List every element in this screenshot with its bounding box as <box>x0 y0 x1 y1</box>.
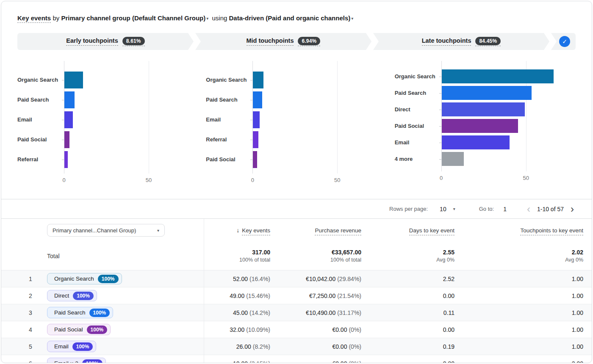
key-events-cell: 10.00(3.15%) <box>204 360 279 364</box>
bar-paid-search[interactable] <box>442 86 532 100</box>
total-label: Total <box>47 253 204 259</box>
bar-email[interactable] <box>442 135 510 149</box>
metric-value: 45.00 <box>233 309 248 316</box>
table-row-organic-search[interactable]: 1Organic Search100%52.00(16.4%)€10,042.0… <box>1 270 592 287</box>
bar-referral[interactable] <box>253 131 258 148</box>
touchpoints-to-key-event-cell: 2.00 <box>463 360 592 364</box>
x-tick-label: 50 <box>523 175 529 181</box>
column-header-key-events[interactable]: ↓Key events <box>204 227 279 234</box>
key-events-cell: 26.00(8.2%) <box>204 343 279 350</box>
goto-page-input[interactable]: 1 <box>503 206 507 212</box>
sort-descending-icon: ↓ <box>236 227 239 234</box>
total-key-events: 317.00100% of total <box>204 248 279 264</box>
gridline <box>337 61 338 174</box>
days-to-key-event-cell: 0.19 <box>370 343 463 350</box>
x-tick-label: 50 <box>146 177 152 183</box>
purchase-revenue-cell: €7,250.00(21.54%) <box>279 292 370 299</box>
chevron-left-icon[interactable]: ‹ <box>527 205 530 213</box>
category-tick <box>62 120 64 120</box>
table-row-email-2[interactable]: 6Email × 2100%10.00(3.15%)€0.00(0%)0.802… <box>1 355 592 363</box>
rows-per-page-select[interactable]: 10 <box>440 206 446 212</box>
bar-referral[interactable] <box>64 151 68 168</box>
purchase-revenue-cell: €0.00(0%) <box>279 343 370 350</box>
category-tick <box>439 126 441 127</box>
touchpoints-to-key-event-cell: 1.00 <box>463 326 592 333</box>
funnel-end-segment[interactable]: ✓ <box>551 33 576 50</box>
early-touchpoints-chart: 050Organic SearchPaid SearchEmailPaid So… <box>17 61 198 188</box>
category-label-paid-social: Paid Social <box>395 118 437 134</box>
dimension-selector[interactable]: Primary channel group (Default Channel G… <box>61 14 205 22</box>
chevron-right-icon[interactable]: › <box>571 205 574 213</box>
category-tick <box>439 77 441 77</box>
chevron-down-icon[interactable]: ▾ <box>206 16 208 21</box>
category-tick <box>62 160 64 160</box>
purchase-revenue-cell: €0.00(0%) <box>279 326 370 333</box>
funnel-stage-mid[interactable]: Mid touchpoints 6.94% <box>195 33 371 50</box>
category-tick <box>250 140 252 140</box>
metric-value: 1.00 <box>572 292 583 299</box>
category-tick <box>62 100 64 100</box>
purchase-revenue-cell: €0.00(0%) <box>279 360 370 364</box>
column-header-touchpoints-to-key-event[interactable]: Touchpoints to key event <box>463 227 592 234</box>
category-label-paid-social: Paid Social <box>206 149 248 169</box>
metric-share: (14.2%) <box>249 309 270 316</box>
column-divider <box>204 219 204 363</box>
attribution-report-card: Key events by Primary channel group (Def… <box>1 1 592 363</box>
channel-chip-label: Direct <box>54 292 69 299</box>
check-icon: ✓ <box>559 36 570 47</box>
channel-cell: Paid Search100% <box>44 307 204 318</box>
chevron-down-icon[interactable]: ▾ <box>351 16 353 21</box>
bar-organic-search[interactable] <box>442 69 554 83</box>
touchpoint-funnel: Early touchpoints 8.61% Mid touchpoints … <box>17 33 576 50</box>
dimension-dropdown[interactable]: Primary channel...Channel Group) ▾ <box>47 224 165 237</box>
bar-organic-search[interactable] <box>64 72 83 88</box>
metric-value: 1.00 <box>572 276 583 282</box>
funnel-stage-badge: 6.94% <box>298 37 320 46</box>
funnel-stage-early[interactable]: Early touchpoints 8.61% <box>17 33 194 50</box>
column-header-days-to-key-event[interactable]: Days to key event <box>370 227 463 234</box>
metric-share: (3.15%) <box>249 360 270 364</box>
dimension-dropdown-label: Primary channel...Channel Group) <box>53 227 136 234</box>
category-label-referral: Referral <box>206 130 248 149</box>
bar-email[interactable] <box>253 111 260 128</box>
channel-share-badge: 100% <box>82 359 103 364</box>
days-to-key-event-cell: 0.80 <box>370 360 463 364</box>
mid-touchpoints-chart: 050Organic SearchPaid SearchEmailReferra… <box>206 61 387 188</box>
funnel-stage-late[interactable]: Late touchpoints 84.45% <box>373 33 549 50</box>
bar-4-more[interactable] <box>442 152 464 166</box>
bar-paid-social[interactable] <box>253 151 257 168</box>
bar-email[interactable] <box>64 111 73 128</box>
category-tick <box>250 80 252 80</box>
column-header-purchase-revenue[interactable]: Purchase revenue <box>279 227 370 234</box>
touchpoints-to-key-event-cell: 1.00 <box>463 276 592 282</box>
channel-cell: Direct100% <box>44 290 204 301</box>
category-label-organic-search: Organic Search <box>395 68 437 85</box>
metric-share: (21.54%) <box>337 292 361 299</box>
chevron-down-icon[interactable]: ▾ <box>453 207 455 211</box>
table-row-paid-search[interactable]: 3Paid Search100%45.00(14.2%)€10,490.00(3… <box>1 304 592 321</box>
channel-cell: Email × 2100% <box>44 358 204 363</box>
bar-organic-search[interactable] <box>253 72 263 88</box>
bar-paid-search[interactable] <box>64 91 75 108</box>
touchpoints-to-key-event-cell: 1.00 <box>463 343 592 350</box>
total-days-to-key-event: 2.55Avg 0% <box>370 248 463 264</box>
bar-paid-search[interactable] <box>253 91 262 108</box>
category-label-paid-social: Paid Social <box>17 130 60 149</box>
channel-chip-label: Paid Social <box>54 326 83 333</box>
days-to-key-event-cell: 0.00 <box>370 292 463 299</box>
metric-value: 1.00 <box>572 326 583 333</box>
bar-direct[interactable] <box>442 102 525 116</box>
metric-share: (16.4%) <box>249 276 270 282</box>
bar-paid-social[interactable] <box>442 119 518 133</box>
metric-share: (31.17%) <box>337 309 361 316</box>
channel-chip-email: Email100% <box>47 341 96 352</box>
table-row-email[interactable]: 5Email100%26.00(8.2%)€0.00(0%)0.191.00 <box>1 338 592 355</box>
bar-paid-social[interactable] <box>64 131 69 148</box>
category-tick <box>250 160 252 160</box>
metric-selector[interactable]: Key events <box>17 14 51 23</box>
category-label-4-more: 4 more <box>395 151 437 167</box>
model-selector[interactable]: Data-driven (Paid and organic channels) <box>229 14 351 22</box>
table-row-direct[interactable]: 2Direct100%49.00(15.46%)€7,250.00(21.54%… <box>1 287 592 304</box>
metric-value: €0.00 <box>332 343 347 350</box>
table-row-paid-social[interactable]: 4Paid Social100%32.00(10.09%)€0.00(0%)0.… <box>1 321 592 338</box>
